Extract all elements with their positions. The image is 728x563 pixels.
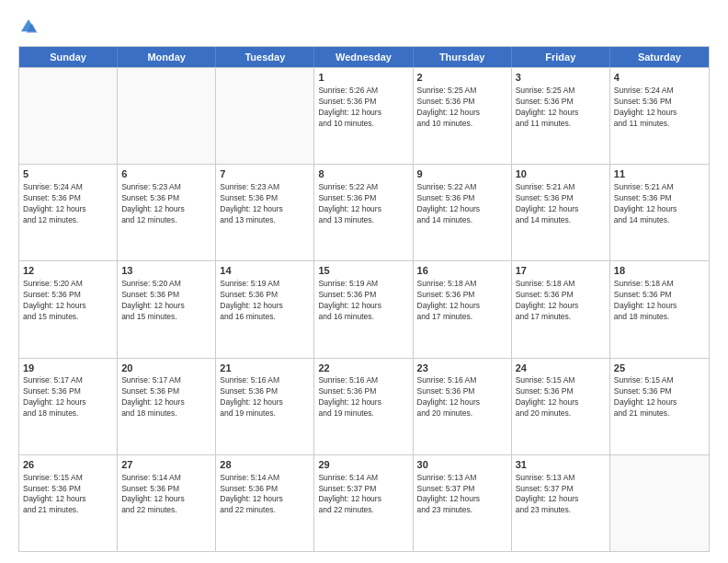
cell-info: Sunrise: 5:14 AM Sunset: 5:36 PM Dayligh… [121, 473, 211, 517]
day-number: 2 [417, 71, 507, 85]
day-cell-24: 24Sunrise: 5:15 AM Sunset: 5:36 PM Dayli… [512, 359, 610, 454]
day-number: 15 [318, 264, 408, 278]
day-cell-11: 11Sunrise: 5:21 AM Sunset: 5:36 PM Dayli… [610, 165, 709, 260]
cell-info: Sunrise: 5:25 AM Sunset: 5:36 PM Dayligh… [516, 86, 606, 130]
header-day-sunday: Sunday [19, 47, 118, 67]
day-number: 11 [614, 167, 705, 181]
day-cell-27: 27Sunrise: 5:14 AM Sunset: 5:36 PM Dayli… [118, 455, 216, 551]
day-cell-28: 28Sunrise: 5:14 AM Sunset: 5:36 PM Dayli… [216, 455, 314, 551]
day-cell-29: 29Sunrise: 5:14 AM Sunset: 5:37 PM Dayli… [314, 455, 413, 551]
day-cell-8: 8Sunrise: 5:22 AM Sunset: 5:36 PM Daylig… [314, 165, 413, 260]
day-number: 26 [23, 458, 113, 472]
cell-info: Sunrise: 5:13 AM Sunset: 5:37 PM Dayligh… [417, 473, 507, 517]
day-cell-19: 19Sunrise: 5:17 AM Sunset: 5:36 PM Dayli… [19, 359, 118, 454]
calendar-header: SundayMondayTuesdayWednesdayThursdayFrid… [19, 47, 709, 67]
day-number: 22 [318, 362, 408, 375]
day-number: 3 [516, 71, 606, 85]
cell-info: Sunrise: 5:26 AM Sunset: 5:36 PM Dayligh… [318, 86, 408, 130]
calendar-body: 1Sunrise: 5:26 AM Sunset: 5:36 PM Daylig… [19, 67, 709, 551]
header-day-wednesday: Wednesday [314, 47, 413, 67]
cell-info: Sunrise: 5:21 AM Sunset: 5:36 PM Dayligh… [614, 182, 705, 226]
logo [18, 17, 42, 37]
day-number: 10 [516, 167, 606, 181]
cell-info: Sunrise: 5:22 AM Sunset: 5:36 PM Dayligh… [318, 182, 408, 226]
cell-info: Sunrise: 5:24 AM Sunset: 5:36 PM Dayligh… [23, 182, 113, 226]
day-number: 9 [417, 167, 507, 181]
day-number: 19 [23, 362, 113, 375]
day-cell-16: 16Sunrise: 5:18 AM Sunset: 5:36 PM Dayli… [414, 261, 512, 357]
header-day-thursday: Thursday [414, 47, 512, 67]
cell-info: Sunrise: 5:16 AM Sunset: 5:36 PM Dayligh… [318, 375, 408, 419]
day-number: 25 [614, 362, 705, 375]
cell-info: Sunrise: 5:16 AM Sunset: 5:36 PM Dayligh… [417, 375, 507, 419]
cell-info: Sunrise: 5:25 AM Sunset: 5:36 PM Dayligh… [417, 86, 507, 130]
day-number: 28 [220, 458, 310, 472]
cell-info: Sunrise: 5:13 AM Sunset: 5:37 PM Dayligh… [516, 473, 606, 517]
cell-info: Sunrise: 5:17 AM Sunset: 5:36 PM Dayligh… [121, 375, 211, 419]
day-cell-15: 15Sunrise: 5:19 AM Sunset: 5:36 PM Dayli… [314, 261, 413, 357]
day-number: 1 [318, 71, 408, 85]
day-number: 17 [516, 264, 606, 278]
day-cell-18: 18Sunrise: 5:18 AM Sunset: 5:36 PM Dayli… [610, 261, 709, 357]
calendar-row-0: 1Sunrise: 5:26 AM Sunset: 5:36 PM Daylig… [19, 67, 709, 164]
cell-info: Sunrise: 5:14 AM Sunset: 5:37 PM Dayligh… [318, 473, 408, 517]
day-cell-4: 4Sunrise: 5:24 AM Sunset: 5:36 PM Daylig… [610, 68, 709, 164]
cell-info: Sunrise: 5:18 AM Sunset: 5:36 PM Dayligh… [614, 279, 705, 323]
cell-info: Sunrise: 5:22 AM Sunset: 5:36 PM Dayligh… [417, 182, 507, 226]
header-day-tuesday: Tuesday [216, 47, 314, 67]
day-cell-12: 12Sunrise: 5:20 AM Sunset: 5:36 PM Dayli… [19, 261, 118, 357]
day-cell-2: 2Sunrise: 5:25 AM Sunset: 5:36 PM Daylig… [414, 68, 512, 164]
cell-info: Sunrise: 5:16 AM Sunset: 5:36 PM Dayligh… [220, 375, 310, 419]
day-cell-3: 3Sunrise: 5:25 AM Sunset: 5:36 PM Daylig… [512, 68, 610, 164]
day-number: 6 [121, 167, 211, 181]
calendar-row-3: 19Sunrise: 5:17 AM Sunset: 5:36 PM Dayli… [19, 358, 709, 454]
cell-info: Sunrise: 5:15 AM Sunset: 5:36 PM Dayligh… [516, 375, 606, 419]
day-number: 24 [516, 362, 606, 375]
day-number: 16 [417, 264, 507, 278]
cell-info: Sunrise: 5:24 AM Sunset: 5:36 PM Dayligh… [614, 86, 705, 130]
day-number: 29 [318, 458, 408, 472]
cell-info: Sunrise: 5:20 AM Sunset: 5:36 PM Dayligh… [23, 279, 113, 323]
cell-info: Sunrise: 5:18 AM Sunset: 5:36 PM Dayligh… [417, 279, 507, 323]
empty-cell [216, 68, 314, 164]
calendar-row-2: 12Sunrise: 5:20 AM Sunset: 5:36 PM Dayli… [19, 260, 709, 357]
cell-info: Sunrise: 5:17 AM Sunset: 5:36 PM Dayligh… [23, 375, 113, 419]
day-number: 8 [318, 167, 408, 181]
day-number: 30 [417, 458, 507, 472]
empty-cell [118, 68, 216, 164]
calendar-row-1: 5Sunrise: 5:24 AM Sunset: 5:36 PM Daylig… [19, 164, 709, 260]
day-cell-7: 7Sunrise: 5:23 AM Sunset: 5:36 PM Daylig… [216, 165, 314, 260]
day-cell-10: 10Sunrise: 5:21 AM Sunset: 5:36 PM Dayli… [512, 165, 610, 260]
calendar: SundayMondayTuesdayWednesdayThursdayFrid… [18, 46, 710, 552]
day-number: 13 [121, 264, 211, 278]
day-cell-20: 20Sunrise: 5:17 AM Sunset: 5:36 PM Dayli… [118, 359, 216, 454]
day-cell-23: 23Sunrise: 5:16 AM Sunset: 5:36 PM Dayli… [414, 359, 512, 454]
day-number: 27 [121, 458, 211, 472]
day-cell-25: 25Sunrise: 5:15 AM Sunset: 5:36 PM Dayli… [610, 359, 709, 454]
day-cell-26: 26Sunrise: 5:15 AM Sunset: 5:36 PM Dayli… [19, 455, 118, 551]
empty-cell [610, 455, 709, 551]
day-number: 4 [614, 71, 705, 85]
empty-cell [19, 68, 118, 164]
day-cell-21: 21Sunrise: 5:16 AM Sunset: 5:36 PM Dayli… [216, 359, 314, 454]
day-cell-14: 14Sunrise: 5:19 AM Sunset: 5:36 PM Dayli… [216, 261, 314, 357]
day-cell-9: 9Sunrise: 5:22 AM Sunset: 5:36 PM Daylig… [414, 165, 512, 260]
calendar-row-4: 26Sunrise: 5:15 AM Sunset: 5:36 PM Dayli… [19, 454, 709, 551]
day-number: 23 [417, 362, 507, 375]
cell-info: Sunrise: 5:21 AM Sunset: 5:36 PM Dayligh… [516, 182, 606, 226]
cell-info: Sunrise: 5:23 AM Sunset: 5:36 PM Dayligh… [220, 182, 310, 226]
cell-info: Sunrise: 5:19 AM Sunset: 5:36 PM Dayligh… [220, 279, 310, 323]
cell-info: Sunrise: 5:20 AM Sunset: 5:36 PM Dayligh… [121, 279, 211, 323]
day-number: 21 [220, 362, 310, 375]
day-number: 5 [23, 167, 113, 181]
header-day-saturday: Saturday [610, 47, 709, 67]
day-number: 7 [220, 167, 310, 181]
day-cell-30: 30Sunrise: 5:13 AM Sunset: 5:37 PM Dayli… [414, 455, 512, 551]
day-cell-1: 1Sunrise: 5:26 AM Sunset: 5:36 PM Daylig… [314, 68, 413, 164]
header [18, 17, 710, 37]
cell-info: Sunrise: 5:18 AM Sunset: 5:36 PM Dayligh… [516, 279, 606, 323]
day-number: 31 [516, 458, 606, 472]
day-cell-6: 6Sunrise: 5:23 AM Sunset: 5:36 PM Daylig… [118, 165, 216, 260]
logo-icon [18, 17, 39, 37]
day-number: 20 [121, 362, 211, 375]
